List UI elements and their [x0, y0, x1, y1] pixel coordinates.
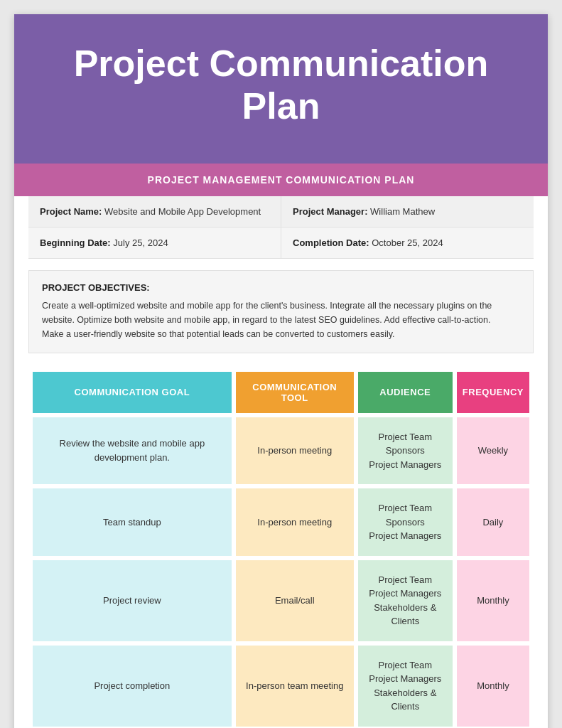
subtitle-bar: PROJECT MANAGEMENT COMMUNICATION PLAN	[14, 164, 548, 196]
cell-frequency-2: Monthly	[457, 560, 529, 641]
page-title: Project Communication Plan	[36, 43, 526, 128]
communication-table-section: COMMUNICATION GOAL COMMUNICATION TOOL AU…	[28, 368, 534, 728]
subtitle-text: PROJECT MANAGEMENT COMMUNICATION PLAN	[148, 174, 415, 186]
cell-tool-1: In-person meeting	[236, 488, 354, 556]
cell-audience-0: Project TeamSponsorsProject Managers	[358, 417, 453, 485]
th-frequency: FREQUENCY	[457, 372, 529, 413]
table-row: Review the website and mobile app develo…	[33, 417, 529, 485]
cell-goal-3: Project completion	[33, 646, 232, 727]
cell-frequency-1: Daily	[457, 488, 529, 556]
cell-audience-3: Project TeamProject ManagersStakeholders…	[358, 646, 453, 727]
communication-table: COMMUNICATION GOAL COMMUNICATION TOOL AU…	[28, 368, 534, 728]
table-row: Project completion In-person team meetin…	[33, 646, 529, 727]
th-tool: COMMUNICATION TOOL	[236, 372, 354, 413]
objectives-title: PROJECT OBJECTIVES:	[42, 282, 520, 293]
objectives-box: PROJECT OBJECTIVES: Create a well-optimi…	[28, 270, 534, 353]
cell-frequency-3: Monthly	[457, 646, 529, 727]
cell-audience-1: Project TeamSponsorsProject Managers	[358, 488, 453, 556]
table-row: Team standup In-person meeting Project T…	[33, 488, 529, 556]
th-goal: COMMUNICATION GOAL	[33, 372, 232, 413]
cell-goal-0: Review the website and mobile app develo…	[33, 417, 232, 485]
cell-frequency-0: Weekly	[457, 417, 529, 485]
header-banner: Project Communication Plan	[14, 14, 548, 164]
info-row-2: Beginning Date: July 25, 2024 Completion…	[28, 228, 534, 259]
cell-tool-0: In-person meeting	[236, 417, 354, 485]
cell-tool-2: Email/call	[236, 560, 354, 641]
table-header-row: COMMUNICATION GOAL COMMUNICATION TOOL AU…	[33, 372, 529, 413]
beginning-date-cell: Beginning Date: July 25, 2024	[28, 228, 281, 258]
page-container: Project Communication Plan PROJECT MANAG…	[14, 14, 548, 728]
objectives-text: Create a well-optimized website and mobi…	[42, 299, 520, 341]
completion-date-cell: Completion Date: October 25, 2024	[281, 228, 534, 258]
table-row: Project review Email/call Project TeamPr…	[33, 560, 529, 641]
cell-tool-3: In-person team meeting	[236, 646, 354, 727]
project-manager-cell: Project Manager: William Mathew	[281, 196, 534, 227]
cell-goal-1: Team standup	[33, 488, 232, 556]
th-audience: AUDIENCE	[358, 372, 453, 413]
cell-goal-2: Project review	[33, 560, 232, 641]
info-section: Project Name: Website and Mobile App Dev…	[14, 196, 548, 259]
info-row-1: Project Name: Website and Mobile App Dev…	[28, 196, 534, 228]
project-name-cell: Project Name: Website and Mobile App Dev…	[28, 196, 281, 227]
cell-audience-2: Project TeamProject ManagersStakeholders…	[358, 560, 453, 641]
